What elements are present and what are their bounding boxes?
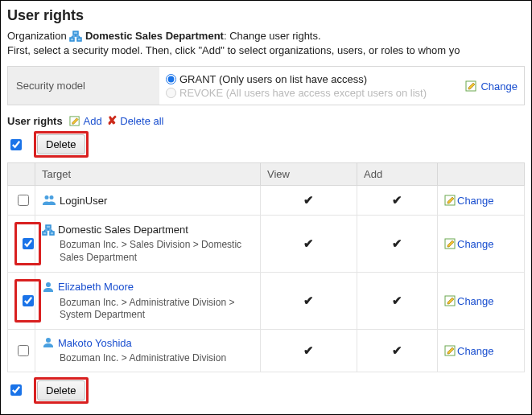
user-icon	[42, 281, 55, 294]
rights-table: Target View Add LoginUser✔✔ChangeDomesti…	[7, 162, 525, 372]
target-name: LoginUser	[60, 195, 107, 207]
group-icon	[42, 194, 56, 207]
col-change	[438, 163, 525, 186]
row-checkbox[interactable]	[18, 195, 29, 206]
grant-option[interactable]: GRANT (Only users on list have access)	[166, 72, 465, 86]
row-checkbox[interactable]	[23, 295, 34, 306]
grant-text: GRANT (Only users on list have access)	[179, 73, 367, 85]
row-checkbox[interactable]	[23, 238, 34, 249]
user-icon	[42, 336, 55, 349]
edit-icon	[444, 295, 457, 307]
action-sentence: : Change user rights.	[224, 30, 321, 42]
change-row-link[interactable]: Change	[444, 238, 494, 250]
delete-bar-top: Delete	[7, 131, 525, 158]
security-model-box: Security model GRANT (Only users on list…	[7, 66, 525, 105]
change-security-text: Change	[480, 80, 518, 92]
table-header-row: Target View Add	[8, 163, 525, 186]
rights-section-header: User rights Add ✘ Delete all	[7, 113, 525, 128]
change-text: Change	[457, 345, 494, 357]
table-row: Domestic Sales DepartmentBozuman Inc. > …	[8, 216, 525, 273]
org-label: Organization	[7, 30, 67, 42]
revoke-text: REVOKE (All users have access except use…	[179, 87, 427, 99]
svg-rect-10	[46, 225, 51, 228]
edit-icon	[465, 80, 481, 92]
table-row: LoginUser✔✔Change	[8, 186, 525, 216]
target-name: Domestic Sales Department	[58, 224, 188, 236]
add-icon	[69, 115, 84, 127]
breadcrumb: Bozuman Inc. > Sales Division > Domestic…	[60, 239, 254, 264]
add-link[interactable]: Add	[69, 115, 102, 127]
add-check: ✔	[392, 236, 402, 250]
row-checkbox[interactable]	[18, 345, 29, 356]
change-text: Change	[457, 195, 494, 207]
revoke-option: REVOKE (All users have access except use…	[166, 86, 465, 100]
grant-radio[interactable]	[166, 74, 176, 84]
edit-icon	[444, 345, 457, 357]
change-row-link[interactable]: Change	[444, 345, 494, 357]
rights-label: User rights	[7, 115, 63, 127]
view-check: ✔	[303, 343, 314, 357]
table-row: Makoto YoshidaBozuman Inc. > Administrat…	[8, 330, 525, 372]
add-check: ✔	[392, 193, 402, 207]
page-title: User rights	[7, 7, 525, 24]
revoke-radio	[166, 88, 176, 98]
svg-rect-0	[73, 31, 78, 35]
intro-block: Organization Domestic Sales Department: …	[7, 29, 525, 58]
instructions: First, select a security model. Then, cl…	[7, 43, 525, 58]
view-check: ✔	[303, 193, 314, 207]
col-add: Add	[357, 163, 438, 186]
edit-icon	[444, 238, 457, 250]
org-icon	[42, 224, 55, 236]
delete-button-bottom[interactable]: Delete	[37, 380, 85, 401]
col-view: View	[261, 163, 357, 186]
target-link[interactable]: Makoto Yoshida	[58, 337, 132, 349]
delete-button-top[interactable]: Delete	[37, 134, 85, 154]
svg-rect-11	[43, 232, 47, 235]
table-row: Elizabeth MooreBozuman Inc. > Administra…	[8, 273, 525, 330]
change-row-link[interactable]: Change	[444, 195, 494, 207]
org-name: Domestic Sales Department	[85, 30, 224, 42]
breadcrumb: Bozuman Inc. > Administrative Division	[60, 352, 254, 365]
change-text: Change	[457, 295, 494, 307]
change-text: Change	[457, 238, 494, 250]
target-link[interactable]: Elizabeth Moore	[58, 281, 134, 293]
edit-icon	[444, 195, 457, 207]
select-all-top[interactable]	[10, 139, 22, 150]
add-check: ✔	[392, 294, 402, 307]
col-checkbox	[8, 163, 35, 186]
delete-icon: ✘	[107, 113, 118, 127]
security-model-label: Security model	[8, 67, 159, 105]
add-check: ✔	[392, 343, 402, 357]
view-check: ✔	[303, 294, 314, 307]
change-security-link[interactable]: Change	[465, 80, 518, 92]
view-check: ✔	[303, 236, 314, 250]
delete-all-link[interactable]: ✘ Delete all	[107, 113, 164, 128]
change-row-link[interactable]: Change	[444, 295, 494, 307]
svg-rect-12	[50, 232, 54, 235]
delete-bar-bottom: Delete	[7, 377, 525, 404]
col-target: Target	[35, 163, 261, 186]
delete-all-text: Delete all	[120, 115, 163, 127]
svg-rect-2	[77, 38, 81, 41]
svg-rect-1	[70, 38, 74, 41]
add-text: Add	[84, 115, 102, 127]
breadcrumb: Bozuman Inc. > Administrative Division >…	[60, 297, 254, 322]
org-icon	[69, 30, 85, 42]
select-all-bottom[interactable]	[10, 384, 22, 396]
